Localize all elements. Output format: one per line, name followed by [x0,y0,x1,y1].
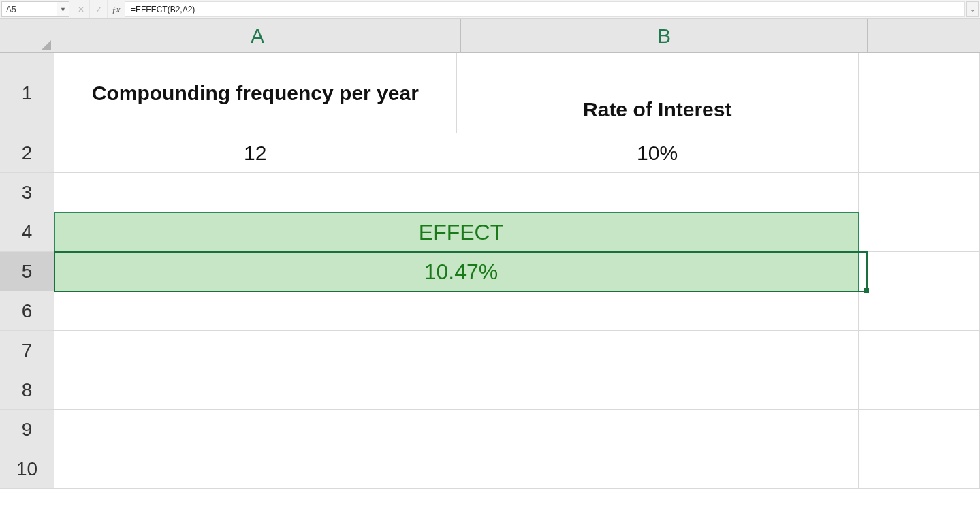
cell-blank-7[interactable] [859,331,980,370]
row-header-6[interactable]: 6 [0,291,54,331]
cell-blank-9[interactable] [859,410,980,449]
grid-row-6 [54,291,980,331]
formula-expand-icon[interactable]: ⌄ [966,1,979,17]
formula-bar: A5 ▼ ✕ ✓ ƒx =EFFECT(B2,A2) ⌄ [0,0,980,19]
column-header-A[interactable]: A [54,19,461,53]
column-header-B[interactable]: B [461,19,868,53]
cell-blank-8[interactable] [859,370,980,410]
name-box-dropdown-icon[interactable]: ▼ [57,2,69,16]
cell-B9[interactable] [456,410,858,449]
cell-B4[interactable] [456,212,858,252]
row-header-4[interactable]: 4 [0,212,54,252]
cell-blank-4[interactable] [859,212,980,252]
cancel-icon[interactable]: ✕ [72,0,90,18]
cell-A5[interactable] [54,252,456,291]
select-all-corner[interactable] [0,19,54,53]
row-header-5[interactable]: 5 [0,252,54,291]
cell-B2[interactable]: 10% [456,133,858,173]
cell-blank-5[interactable] [859,252,980,291]
cell-A10[interactable] [54,449,456,489]
cell-A9[interactable] [54,410,456,449]
cell-A1[interactable]: Compounding frequency per year [54,53,457,133]
cell-A6[interactable] [54,291,456,331]
row-header-10[interactable]: 10 [0,449,54,489]
cell-B7[interactable] [456,331,858,370]
grid-row-5: 10.47% [54,252,980,291]
column-headers: AB [54,19,980,53]
cell-B6[interactable] [456,291,858,331]
cell-A7[interactable] [54,331,456,370]
row-header-1[interactable]: 1 [0,53,54,133]
enter-icon[interactable]: ✓ [90,0,108,18]
cell-A2[interactable]: 12 [54,133,456,173]
row-header-8[interactable]: 8 [0,370,54,410]
grid-row-4: EFFECT [54,212,980,252]
name-box-value: A5 [6,5,16,14]
grid-row-3 [54,173,980,212]
cell-B5[interactable] [456,252,858,291]
cell-blank-2[interactable] [859,133,980,173]
grid-row-10 [54,449,980,489]
cell-blank-3[interactable] [859,173,980,212]
grid-row-7 [54,331,980,370]
formula-text: =EFFECT(B2,A2) [131,5,195,14]
spreadsheet: AB 12345678910 Compounding frequency per… [0,19,980,525]
formula-input[interactable]: =EFFECT(B2,A2) [125,1,965,17]
column-header-blank[interactable] [868,19,980,53]
grid-row-9 [54,410,980,449]
row-header-2[interactable]: 2 [0,133,54,173]
cell-B1[interactable]: Rate of Interest [457,53,859,133]
cell-A8[interactable] [54,370,456,410]
grid-row-8 [54,370,980,410]
cell-blank-10[interactable] [859,449,980,489]
cell-blank-6[interactable] [859,291,980,331]
row-header-7[interactable]: 7 [0,331,54,370]
cell-blank-1[interactable] [859,53,980,133]
cell-B10[interactable] [456,449,858,489]
row-header-9[interactable]: 9 [0,410,54,449]
cell-B3[interactable] [456,173,858,212]
cell-A3[interactable] [54,173,456,212]
grid-row-2: 1210% [54,133,980,173]
row-headers: 12345678910 [0,53,54,489]
row-header-3[interactable]: 3 [0,173,54,212]
name-box[interactable]: A5 ▼ [1,1,69,17]
grid-row-1: Compounding frequency per yearRate of In… [54,53,980,133]
cell-A4[interactable] [54,212,456,252]
cell-B8[interactable] [456,370,858,410]
fx-icon[interactable]: ƒx [108,0,125,18]
cell-grid[interactable]: Compounding frequency per yearRate of In… [54,53,980,525]
